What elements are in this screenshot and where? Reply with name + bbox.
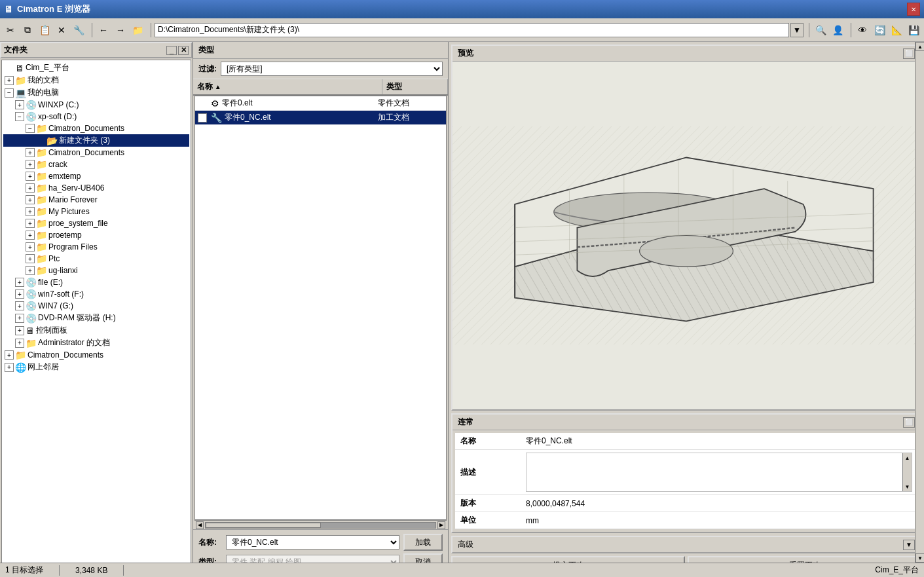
tree-toggle[interactable]: + (15, 339, 24, 348)
tree-item[interactable]: 📂新建文件夹 (3) (3, 134, 189, 147)
file-scroll-left[interactable]: ◀ (196, 521, 204, 529)
tree-toggle[interactable]: + (15, 289, 24, 299)
tree-item[interactable]: +📁Administrator 的文档 (3, 337, 189, 349)
col-type-header[interactable]: 类型 (382, 79, 448, 94)
tree-item[interactable]: +💿WIN7 (G:) (3, 300, 189, 312)
user-button[interactable]: 👤 (830, 22, 845, 38)
tree-toggle[interactable]: + (15, 326, 24, 335)
tree-icon: 📁 (36, 253, 47, 264)
tree-item[interactable]: +📁proetemp (3, 229, 189, 241)
path-dropdown[interactable]: ▼ (790, 23, 804, 37)
delete-button[interactable]: ✕ (54, 22, 69, 38)
left-panel-minimize[interactable]: _ (166, 46, 177, 55)
tree-label: win7-soft (F:) (38, 289, 84, 299)
tree-toggle[interactable]: + (26, 172, 35, 181)
desc-scroll-down[interactable]: ▼ (903, 482, 912, 491)
col-name-header[interactable]: 名称 (193, 79, 382, 94)
desc-scrollbar[interactable]: ▲ ▼ (902, 453, 912, 491)
forward-button[interactable]: → (113, 22, 128, 38)
tree-item[interactable]: −💿xp-soft (D:) (3, 111, 189, 122)
file-list-body[interactable]: ⚙零件0.elt零件文档+🔧零件0_NC.elt加工文档 (194, 96, 447, 520)
tree-item[interactable]: −💻我的电脑 (3, 86, 189, 99)
right-scroll-down[interactable]: ▼ (915, 553, 924, 563)
tree-item[interactable]: +📁proe_system_file (3, 217, 189, 229)
tree-toggle[interactable]: + (26, 242, 35, 251)
tree-toggle[interactable]: − (15, 112, 24, 121)
desc-scroll-track[interactable] (903, 462, 912, 482)
paste-button[interactable]: 📋 (37, 22, 52, 38)
tree-toggle[interactable]: − (5, 88, 14, 98)
tree-item[interactable]: +📁ha_Serv-UB406 (3, 182, 189, 194)
left-panel-title: 文件夹 (4, 45, 28, 56)
right-panel-scrollbar[interactable]: ▲ ▼ (915, 42, 924, 563)
properties-expand-button[interactable]: ⬜ (903, 417, 915, 428)
prop-version-value: 8,0000,0487,544 (521, 495, 917, 512)
tree-item[interactable]: +📁Mario Forever (3, 194, 189, 206)
tree-toggle[interactable]: + (15, 301, 24, 310)
file-scroll-track[interactable] (205, 522, 436, 529)
file-row[interactable]: ⚙零件0.elt零件文档 (195, 96, 446, 111)
tree-item[interactable]: 🖥Cim_E_平台 (3, 62, 189, 74)
preview-section: 预览 ⬜ (451, 45, 921, 411)
tree-toggle[interactable]: + (26, 266, 35, 275)
tree-item[interactable]: −📁Cimatron_Documents (3, 122, 189, 134)
tree-item[interactable]: +📁emxtemp (3, 170, 189, 182)
file-tree[interactable]: 🖥Cim_E_平台+📁我的文档−💻我的电脑+💿WINXP (C:)−💿xp-so… (1, 60, 191, 567)
tree-item[interactable]: +📁我的文档 (3, 74, 189, 86)
file-row[interactable]: +🔧零件0_NC.elt加工文档 (195, 111, 446, 125)
cut-button[interactable]: ✂ (3, 22, 18, 38)
save-button[interactable]: 💾 (906, 22, 921, 38)
properties-button[interactable]: 🔧 (71, 22, 86, 38)
tree-item[interactable]: +💿file (E:) (3, 276, 189, 288)
tree-toggle[interactable]: + (5, 350, 14, 360)
tree-toggle[interactable]: + (26, 231, 35, 240)
tree-toggle[interactable]: + (26, 183, 35, 193)
tree-toggle[interactable]: + (26, 148, 35, 157)
file-icon: 🔧 (211, 113, 222, 123)
tree-item[interactable]: +📁My Pictures (3, 206, 189, 217)
tree-item[interactable]: +📁Program Files (3, 241, 189, 253)
back-button[interactable]: ← (96, 22, 111, 38)
tree-item[interactable]: +💿DVD-RAM 驱动器 (H:) (3, 312, 189, 324)
up-button[interactable]: 📁 (130, 22, 145, 38)
file-scroll-right[interactable]: ▶ (437, 521, 445, 529)
tree-toggle[interactable]: + (26, 254, 35, 263)
tree-item[interactable]: +💿win7-soft (F:) (3, 288, 189, 300)
tree-item[interactable]: +🖥控制面板 (3, 324, 189, 337)
tree-toggle[interactable]: + (15, 100, 24, 109)
right-scroll-up[interactable]: ▲ (915, 42, 924, 51)
preview-expand-button[interactable]: ⬜ (903, 48, 915, 59)
tree-item[interactable]: +📁Cimatron_Documents (3, 349, 189, 361)
right-scroll-track[interactable] (915, 51, 924, 553)
tree-toggle[interactable]: + (15, 314, 24, 323)
tree-toggle[interactable]: + (5, 363, 14, 372)
name-form-input[interactable]: 零件0_NC.elt (226, 535, 399, 549)
tree-item[interactable]: +💿WINXP (C:) (3, 99, 189, 111)
prop-name-value: 零件0_NC.elt (521, 433, 917, 450)
window-close-button[interactable]: ✕ (907, 3, 920, 16)
tree-toggle[interactable]: + (26, 207, 35, 216)
tree-toggle[interactable]: − (26, 124, 35, 133)
tree-item[interactable]: +📁Cimatron_Documents (3, 147, 189, 158)
tree-item[interactable]: +📁Ptc (3, 253, 189, 265)
advanced-expand-button[interactable]: ▼ (903, 540, 915, 550)
search-button[interactable]: 🔍 (813, 22, 828, 38)
left-panel-close[interactable]: ✕ (178, 46, 189, 55)
tree-toggle[interactable]: + (26, 195, 35, 204)
view-button[interactable]: 👁 (855, 22, 870, 38)
load-button[interactable]: 加载 (403, 534, 443, 551)
refresh-button[interactable]: 🔄 (872, 22, 887, 38)
layout-button[interactable]: 📐 (889, 22, 904, 38)
tree-item[interactable]: +📁ug-lianxi (3, 265, 189, 276)
desc-scroll-up[interactable]: ▲ (903, 453, 912, 462)
copy-button[interactable]: ⧉ (20, 22, 35, 38)
tree-item[interactable]: +🌐网上邻居 (3, 361, 189, 373)
tree-toggle[interactable]: + (5, 76, 14, 85)
tree-toggle[interactable]: + (15, 278, 24, 287)
filter-select[interactable]: [所有类型] 零件文档 加工文档 装配文档 (221, 62, 443, 76)
tree-toggle[interactable]: + (26, 160, 35, 169)
tree-toggle[interactable]: + (26, 219, 35, 228)
file-list-scrollbar[interactable]: ◀ ▶ (194, 520, 447, 529)
file-expand-toggle[interactable]: + (198, 113, 207, 122)
tree-item[interactable]: +📁crack (3, 158, 189, 170)
